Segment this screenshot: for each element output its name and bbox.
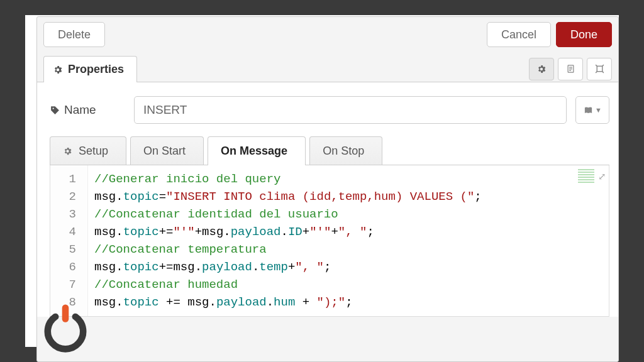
svg-line-6 — [602, 65, 603, 66]
tab-setup[interactable]: Setup — [50, 136, 126, 165]
minimap[interactable] — [578, 169, 594, 183]
library-button[interactable]: ▼ — [575, 96, 609, 124]
node-appearance-button[interactable] — [587, 58, 612, 80]
delete-button[interactable]: Delete — [43, 22, 105, 47]
gear-icon — [536, 64, 547, 74]
tag-icon — [50, 105, 60, 116]
function-tabs: Setup On Start On Message On Stop — [50, 136, 609, 165]
editor-code[interactable]: //Generar inicio del querymsg.topic="INS… — [88, 165, 488, 316]
name-label: Name — [50, 103, 125, 117]
svg-line-5 — [596, 65, 597, 66]
tab-on-message[interactable]: On Message — [208, 136, 306, 165]
done-button[interactable]: Done — [556, 22, 612, 47]
svg-point-9 — [53, 107, 54, 109]
document-icon — [566, 63, 575, 74]
editor-gutter: 12345678 — [50, 165, 88, 316]
properties-body: Name ▼ Setup On Start On Message — [37, 82, 618, 317]
code-editor[interactable]: 12345678 //Generar inicio del querymsg.t… — [50, 165, 609, 317]
svg-line-8 — [602, 72, 603, 73]
cancel-button[interactable]: Cancel — [487, 22, 551, 47]
name-input[interactable] — [134, 96, 567, 124]
book-icon — [583, 106, 594, 115]
properties-tabbar: Properties — [37, 56, 618, 82]
expand-icon[interactable]: ⤢ — [598, 169, 606, 187]
properties-tab-label: Properties — [68, 63, 124, 76]
name-row: Name ▼ — [50, 96, 609, 124]
tab-on-start[interactable]: On Start — [130, 136, 204, 165]
gear-icon — [63, 146, 72, 156]
dialog-top-buttons: Delete Cancel Done — [37, 17, 618, 56]
node-edit-dialog: Delete Cancel Done Properties — [36, 16, 619, 362]
svg-rect-4 — [597, 66, 602, 72]
node-settings-button[interactable] — [529, 58, 554, 80]
gear-icon — [53, 65, 63, 75]
appearance-icon — [594, 63, 605, 74]
tab-properties[interactable]: Properties — [43, 56, 137, 82]
editor-minimap-area: ⤢ — [578, 169, 606, 187]
svg-line-7 — [596, 72, 597, 73]
watermark-logo — [38, 298, 93, 353]
tab-on-stop[interactable]: On Stop — [309, 136, 382, 165]
chevron-down-icon: ▼ — [595, 106, 602, 114]
node-description-button[interactable] — [558, 58, 583, 80]
